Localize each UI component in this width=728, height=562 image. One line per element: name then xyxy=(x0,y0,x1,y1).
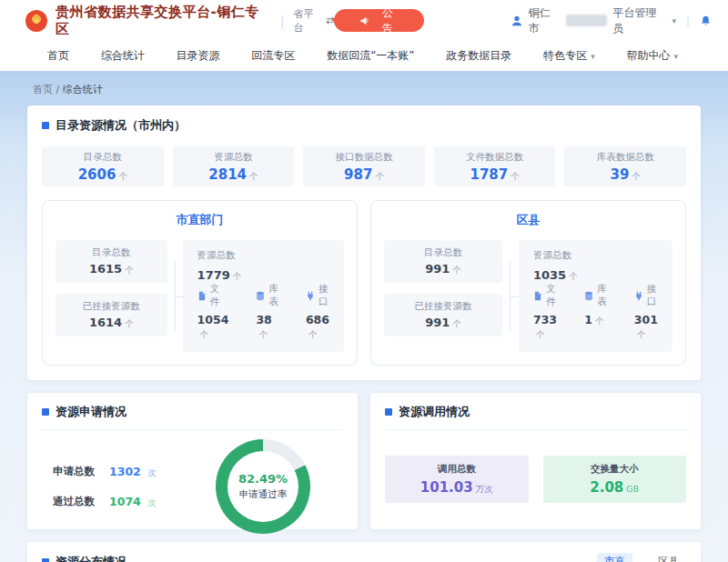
page-content: 首页 / 综合统计 目录资源情况（市州内） 目录总数 2606个 资源总数 28… xyxy=(0,71,728,562)
stat-card-resource-total: 资源总数 2814个 xyxy=(173,146,295,186)
scope-button-city[interactable]: 市直 xyxy=(597,553,632,562)
title-divider: | xyxy=(280,14,285,28)
sub-stat-dbtable: 库表 38个 xyxy=(256,283,278,341)
breadcrumb-home[interactable]: 首页 xyxy=(33,84,53,95)
database-icon xyxy=(584,291,593,301)
nav-item-backflow-zone[interactable]: 回流专区 xyxy=(251,48,295,64)
user-area[interactable]: 铜仁市 平台管理员 ▾ | xyxy=(511,5,712,36)
database-icon xyxy=(256,291,265,301)
resource-usage-panel: 资源调用情况 调用总数 101.03万次 交换量大小 2.08GB xyxy=(370,393,701,529)
nav-item-help-center[interactable]: 帮助中心▾ xyxy=(626,48,678,64)
stat-card-api-total: 接口数据总数 987个 xyxy=(303,146,425,186)
distribution-panel-title: 资源分布情况 xyxy=(42,554,126,562)
catalog-groups-row: 市直部门 目录总数 1615个 已挂接资源数 1614个 xyxy=(42,200,686,366)
scope-button-district[interactable]: 区县 xyxy=(651,553,686,562)
chevron-down-icon: ▾ xyxy=(673,52,678,61)
resource-apply-panel: 资源申请情况 申请总数 1302 次 通过总数 1074 次 xyxy=(27,393,358,529)
catalog-resources-panel: 目录资源情况（市州内） 目录总数 2606个 资源总数 2814个 接口数据总数… xyxy=(27,105,701,380)
apply-total-row: 申请总数 1302 次 xyxy=(53,465,157,479)
apply-panel-title: 资源申请情况 xyxy=(42,404,126,420)
chevron-down-icon: ▾ xyxy=(672,16,676,25)
chevron-down-icon: ▾ xyxy=(591,52,595,61)
user-icon xyxy=(511,15,523,27)
breadcrumb-current: 综合统计 xyxy=(63,84,103,95)
resource-distribution-panel: 资源分布情况 市直 区县 目录分布 资源分布 排名 部门名称 目录数 资源数 xyxy=(27,542,701,562)
approval-rate-donut-chart: 82.49% 申请通过率 xyxy=(216,439,310,534)
national-emblem-logo: ★ xyxy=(25,10,47,32)
nav-item-catalog-resources[interactable]: 目录资源 xyxy=(177,48,220,64)
usage-panel-title: 资源调用情况 xyxy=(385,404,470,420)
group-catalog-total: 目录总数 991个 xyxy=(384,240,502,283)
group-linked-total: 已挂接资源数 1614个 xyxy=(56,294,167,336)
stat-card-catalog-total: 目录总数 2606个 xyxy=(42,146,164,186)
breadcrumb: 首页 / 综合统计 xyxy=(27,80,701,105)
catalog-stats-row: 目录总数 2606个 资源总数 2814个 接口数据总数 987个 文件数据总数… xyxy=(42,146,686,186)
title-bullet-icon xyxy=(42,558,49,562)
approval-rate-percent: 82.49% xyxy=(238,472,288,486)
announcement-button[interactable]: 公告 xyxy=(334,9,424,32)
nav-item-statistics[interactable]: 综合统计 xyxy=(101,48,145,64)
announcement-label: 公告 xyxy=(377,5,399,36)
plug-icon xyxy=(634,291,643,301)
top-header: ★ 贵州省数据共享交换平台-铜仁专区 | 省平台 ⇄ 公告 铜仁市 平台管理员 … xyxy=(0,0,728,41)
exchange-volume-card: 交换量大小 2.08GB xyxy=(543,456,687,503)
group-resource-box: 资源总数 1035个 文件 733个 xyxy=(519,240,672,352)
megaphone-icon xyxy=(359,15,370,26)
sub-stat-api: 接口 301个 xyxy=(634,283,658,341)
group-linked-total: 已挂接资源数 991个 xyxy=(384,294,502,336)
group-connector xyxy=(502,240,519,352)
group-connector xyxy=(167,240,183,352)
app-title: 贵州省数据共享交换平台-铜仁专区 xyxy=(56,4,271,38)
user-city: 铜仁市 xyxy=(529,5,561,36)
sub-stat-dbtable: 库表 1个 xyxy=(584,283,607,341)
group-resource-box: 资源总数 1779个 文件 1054个 xyxy=(183,240,344,352)
catalog-panel-title: 目录资源情况（市州内） xyxy=(42,117,686,134)
group-catalog-total: 目录总数 1615个 xyxy=(56,240,167,283)
sub-stat-file: 文件 1054个 xyxy=(197,283,229,341)
user-divider: | xyxy=(686,15,690,27)
main-nav: 首页 综合统计 目录资源 回流专区 数据回流“一本账” 政务数据目录 特色专区▾… xyxy=(0,41,728,71)
title-bullet-icon xyxy=(42,408,49,416)
sub-stat-file: 文件 733个 xyxy=(533,283,557,341)
title-bullet-icon xyxy=(42,122,49,129)
nav-item-special-zone[interactable]: 特色专区▾ xyxy=(543,48,595,64)
group-title: 区县 xyxy=(384,212,672,228)
stat-card-file-total: 文件数据总数 1787个 xyxy=(434,146,556,186)
file-icon xyxy=(197,291,207,301)
group-title: 市直部门 xyxy=(56,212,344,228)
usage-total-card: 调用总数 101.03万次 xyxy=(385,456,529,503)
bell-icon[interactable] xyxy=(700,15,712,27)
file-icon xyxy=(533,291,542,301)
approved-total-row: 通过总数 1074 次 xyxy=(53,495,157,509)
approval-rate-caption: 申请通过率 xyxy=(239,488,288,501)
nav-item-home[interactable]: 首页 xyxy=(47,48,69,64)
breadcrumb-separator: / xyxy=(56,84,60,95)
nav-item-gov-data-catalog[interactable]: 政务数据目录 xyxy=(446,48,511,64)
user-role: 平台管理员 xyxy=(612,5,666,36)
group-districts: 区县 目录总数 991个 已挂接资源数 991个 xyxy=(370,200,686,366)
nav-item-backflow-ledger[interactable]: 数据回流“一本账” xyxy=(327,48,414,64)
province-platform-label: 省平台 xyxy=(293,7,323,35)
group-city-departments: 市直部门 目录总数 1615个 已挂接资源数 1614个 xyxy=(42,200,358,366)
stat-card-dbtable-total: 库表数据总数 39个 xyxy=(564,146,686,186)
plug-icon xyxy=(306,291,315,301)
redacted-text xyxy=(566,15,607,26)
sub-stat-api: 接口 686个 xyxy=(306,283,329,341)
title-bullet-icon xyxy=(385,408,392,416)
